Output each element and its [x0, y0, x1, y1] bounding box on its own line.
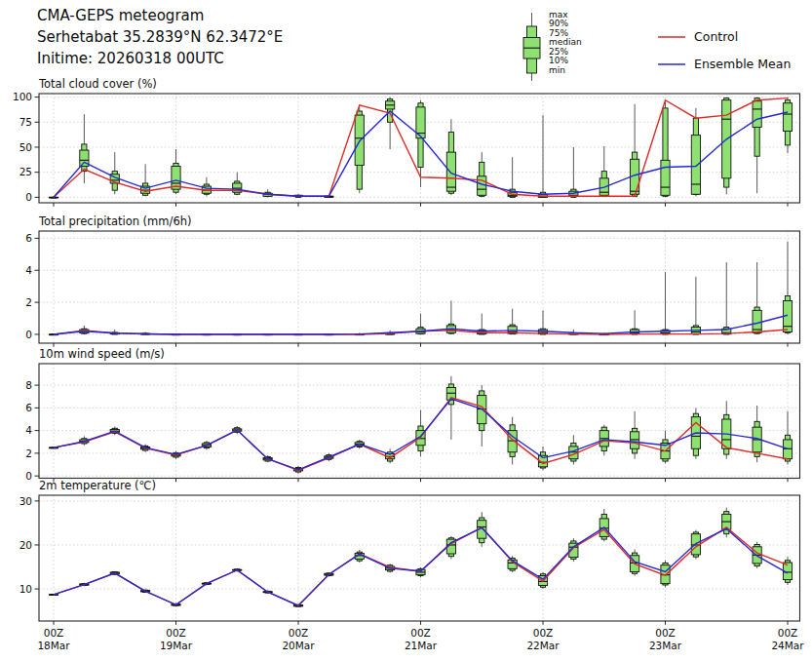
- box-whisker-marker: [599, 509, 608, 541]
- box-whisker-marker: [416, 100, 425, 187]
- legend-series-label: Ensemble Mean: [694, 57, 791, 71]
- control-line: [54, 527, 788, 605]
- x-tick-time-label: 00Z: [166, 627, 186, 639]
- box-whisker-marker: [691, 108, 700, 196]
- y-axis: 102030: [19, 495, 39, 595]
- box-whisker-marker: [386, 97, 395, 149]
- x-tick-date-label: 23Mar: [649, 640, 682, 651]
- legend-box-label: median: [549, 37, 582, 47]
- box-whisker-marker: [49, 197, 58, 198]
- box-whisker-marker: [722, 262, 731, 334]
- y-tick-label: 2: [25, 296, 32, 308]
- p25-p75-box: [691, 136, 700, 195]
- box-whisker-marker: [631, 310, 639, 334]
- p25-p75-box: [753, 101, 761, 128]
- box-whisker-marker: [446, 536, 455, 559]
- box-whisker-marker: [661, 102, 670, 198]
- x-tick-time-label: 00Z: [289, 627, 309, 639]
- legend-box-label: 25%: [549, 47, 568, 57]
- x-tick-date-label: 18Mar: [37, 640, 70, 651]
- y-tick-label: 4: [25, 424, 32, 436]
- panel-2m-temperature: 1020302m temperature (℃): [19, 479, 800, 625]
- grid: [39, 495, 800, 621]
- box-whisker-marker: [233, 173, 242, 196]
- p25-p75-box: [661, 160, 670, 195]
- y-tick-label: 0: [25, 470, 32, 482]
- p25-p75-box: [446, 152, 455, 191]
- panel-border: [39, 495, 800, 621]
- meteogram-chart: 0255075100Total cloud cover (%)0246Total…: [0, 0, 812, 661]
- box-whisker-marker: [569, 147, 578, 197]
- y-tick-label: 4: [25, 264, 32, 276]
- panel-border: [39, 231, 800, 343]
- y-tick-label: 6: [25, 232, 32, 244]
- legend-box-label: max: [549, 10, 568, 19]
- meteogram-figure: CMA-GEPS meteogram Serhetabat 35.2839°N …: [0, 0, 812, 661]
- p25-p75-box: [631, 432, 639, 448]
- y-tick-label: 100: [13, 91, 32, 102]
- p25-p75-box: [478, 176, 486, 196]
- box-whisker-marker: [599, 146, 608, 197]
- legend-box-label: 10%: [549, 56, 568, 65]
- box-whisker-marker: [478, 385, 486, 447]
- x-tick-time-label: 00Z: [655, 627, 676, 639]
- x-tick-date-label: 24Mar: [771, 640, 804, 651]
- panel-title: Total cloud cover (%): [38, 77, 157, 91]
- x-axis-labels: 00Z18Mar00Z19Mar00Z20Mar00Z21Mar00Z22Mar…: [37, 627, 804, 651]
- panel-title: 10m wind speed (m/s): [39, 347, 165, 361]
- box-whisker-marker: [753, 97, 761, 194]
- legend-box-label: 90%: [549, 19, 568, 28]
- box-whisker-marker: [783, 411, 792, 465]
- y-tick-label: 50: [19, 141, 32, 153]
- y-tick-label: 75: [19, 116, 32, 128]
- box-whisker-marker: [691, 277, 700, 334]
- x-tick-time-label: 00Z: [410, 627, 431, 639]
- box-whisker-marker: [110, 152, 119, 194]
- box-whisker-marker: [661, 431, 670, 464]
- legend-box-label: 75%: [549, 28, 568, 38]
- x-tick-time-label: 00Z: [533, 627, 554, 639]
- box-whisker-marker: [783, 97, 792, 154]
- y-tick-label: 6: [25, 402, 32, 413]
- x-tick-date-label: 22Mar: [526, 640, 560, 651]
- legend-box-label: min: [549, 65, 565, 75]
- box-whisker-series: [49, 97, 792, 198]
- x-tick-date-label: 20Mar: [282, 640, 315, 651]
- y-tick-label: 0: [25, 329, 32, 340]
- box-whisker-marker: [631, 104, 639, 198]
- y-axis: 02468: [25, 379, 39, 482]
- x-tick-date-label: 19Mar: [160, 640, 193, 651]
- box-whisker-marker: [538, 115, 547, 197]
- y-tick-label: 20: [19, 539, 32, 551]
- x-tick-time-label: 00Z: [778, 627, 798, 639]
- y-tick-label: 30: [19, 495, 32, 507]
- y-axis: 0246: [25, 232, 39, 340]
- y-tick-label: 10: [19, 583, 32, 595]
- panel-border: [39, 364, 800, 479]
- panel-total-precipitation-mm-6h: 0246Total precipitation (mm/6h): [25, 214, 799, 347]
- box-whisker-marker: [722, 401, 731, 458]
- p25-p75-box: [783, 440, 792, 459]
- y-tick-label: 2: [25, 447, 32, 459]
- box-whisker-marker: [631, 411, 639, 459]
- box-whisker-marker: [355, 107, 364, 193]
- box-whisker-marker: [661, 272, 670, 334]
- box-whisker-marker: [446, 119, 455, 195]
- box-whisker-marker: [478, 152, 486, 197]
- y-tick-label: 8: [25, 379, 32, 391]
- legend: max90%75%median25%10%minControlEnsemble …: [523, 10, 791, 82]
- panel-title: Total precipitation (mm/6h): [38, 214, 191, 228]
- box-whisker-marker: [722, 508, 731, 538]
- legend-series-label: Control: [694, 29, 738, 44]
- panel-10m-wind-speed-m-s: 0246810m wind speed (m/s): [25, 347, 799, 482]
- box-whisker-marker: [172, 149, 180, 194]
- box-whisker-marker: [508, 417, 517, 465]
- y-tick-label: 25: [19, 166, 32, 177]
- box-whisker-marker: [722, 97, 731, 195]
- x-tick-time-label: 00Z: [44, 627, 64, 639]
- box-whisker-marker: [783, 242, 792, 334]
- grid: [39, 231, 800, 343]
- y-axis: 0255075100: [13, 91, 39, 203]
- y-tick-label: 0: [25, 191, 32, 203]
- panel-total-cloud-cover: 0255075100Total cloud cover (%): [13, 77, 800, 207]
